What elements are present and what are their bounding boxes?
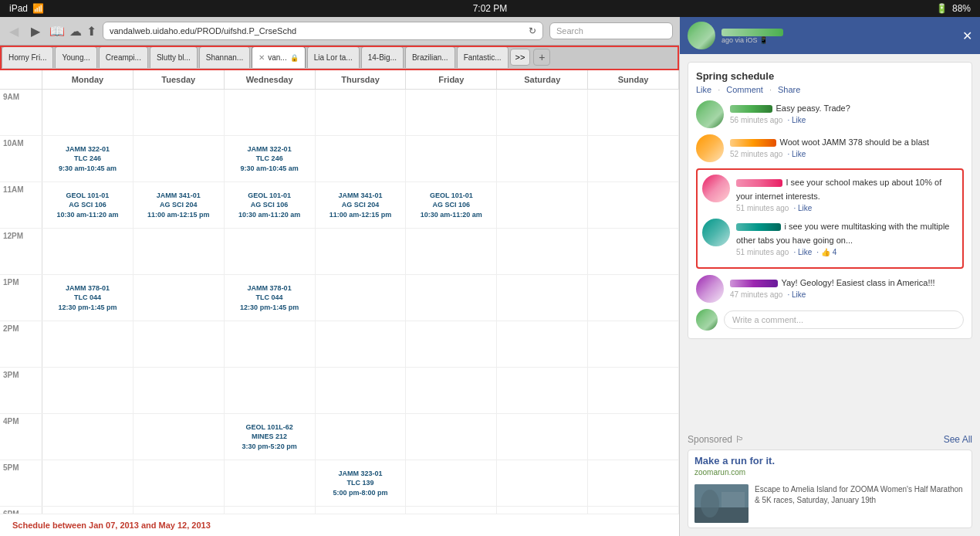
tab-shannan[interactable]: Shannan... bbox=[199, 46, 250, 68]
url-bar[interactable]: vandalweb.uidaho.edu/PROD/uifshd.P_CrseS… bbox=[103, 22, 543, 40]
comment-body-3: I see your school makes up about 10% of … bbox=[736, 175, 958, 212]
cell-sat-4pm bbox=[497, 414, 588, 460]
cell-thu-6pm bbox=[316, 507, 407, 514]
cell-mon-12pm bbox=[42, 229, 133, 274]
separator2: · bbox=[769, 85, 772, 94]
add-tab-button[interactable]: + bbox=[533, 49, 550, 66]
tab-young[interactable]: Young... bbox=[55, 46, 96, 68]
forward-button[interactable]: ▶ bbox=[28, 22, 43, 40]
comment-input[interactable]: Write a comment... bbox=[724, 310, 964, 329]
comment-like-3[interactable]: · Like bbox=[793, 204, 812, 212]
comment-meta-4: 51 minutes ago · Like · 👍 4 bbox=[736, 248, 958, 256]
comment-like-1[interactable]: · Like bbox=[787, 116, 806, 124]
cell-fri-5pm bbox=[406, 460, 497, 506]
tab-van-active[interactable]: ✕ van... 🔒 bbox=[252, 46, 305, 68]
cell-mon-1pm: JAMM 378-01TLC 04412:30 pm-1:45 pm bbox=[42, 275, 133, 321]
cell-sun-3pm bbox=[588, 368, 679, 413]
back-button[interactable]: ◀ bbox=[6, 22, 22, 40]
cell-fri-10am bbox=[406, 136, 497, 181]
day-header-empty bbox=[0, 70, 42, 89]
avatar-c5 bbox=[696, 275, 724, 303]
cell-mon-4pm bbox=[42, 414, 133, 460]
cell-wed-9am bbox=[225, 90, 316, 135]
day-header-saturday: Saturday bbox=[497, 70, 588, 89]
tab-bar: Horny Fri... Young... Creampi... Slutty … bbox=[0, 46, 679, 70]
comment-like-2[interactable]: · Like bbox=[787, 150, 806, 158]
device-label: iPad bbox=[9, 3, 28, 14]
cell-tue-2pm bbox=[133, 321, 225, 367]
sponsored-title: Sponsored 🏳 bbox=[688, 434, 745, 445]
status-bar: iPad 📶 7:02 PM 🔋 88% bbox=[0, 0, 980, 17]
ad-title[interactable]: Make a run for it. bbox=[688, 450, 972, 468]
comment-like-5[interactable]: · Like bbox=[787, 290, 806, 299]
cell-wed-12pm bbox=[225, 229, 316, 274]
time-label-5pm: 5PM bbox=[0, 460, 42, 506]
comment-body-2: Woot woot JAMM 378 should be a blast 52 … bbox=[730, 134, 964, 158]
time-row-1pm: 1PM JAMM 378-01TLC 04412:30 pm-1:45 pm J… bbox=[0, 275, 679, 321]
tab-lia[interactable]: Lia Lor ta... bbox=[307, 46, 360, 68]
tab-creampi[interactable]: Creampi... bbox=[99, 46, 148, 68]
bookmarks-icon[interactable]: 📖 bbox=[49, 24, 65, 39]
search-input[interactable]: Search bbox=[549, 22, 673, 39]
blurred-name-c4 bbox=[736, 223, 781, 231]
tab-label: Shannan... bbox=[206, 53, 243, 62]
write-comment-area: Write a comment... bbox=[696, 309, 964, 331]
tab-horny-fri[interactable]: Horny Fri... bbox=[2, 46, 53, 68]
ad-image-svg bbox=[694, 484, 749, 523]
share-action[interactable]: Share bbox=[778, 85, 800, 94]
cell-mon-9am bbox=[42, 90, 133, 135]
comment-action[interactable]: Comment bbox=[726, 85, 763, 94]
time-row-9am: 9AM bbox=[0, 90, 679, 136]
tab-slutty[interactable]: Slutty bl... bbox=[150, 46, 198, 68]
tab-close-icon[interactable]: ✕ bbox=[259, 53, 265, 62]
time-label-12pm: 12PM bbox=[0, 229, 42, 274]
cloud-icon[interactable]: ☁ bbox=[69, 24, 82, 39]
battery-level: 88% bbox=[952, 3, 971, 14]
highlighted-comments-block: I see your school makes up about 10% of … bbox=[696, 168, 964, 269]
cell-sat-2pm bbox=[497, 321, 588, 367]
cell-mon-3pm bbox=[42, 368, 133, 413]
class-jamm322-mon: JAMM 322-01TLC 2469:30 am-10:45 am bbox=[59, 144, 117, 174]
share-icon[interactable]: ⬆ bbox=[86, 24, 96, 39]
sponsored-icon: 🏳 bbox=[735, 434, 745, 445]
time-row-3pm: 3PM bbox=[0, 368, 679, 414]
tab-14big[interactable]: 14-Big... bbox=[361, 46, 404, 68]
comment-body-4: i see you were multitasking with the mul… bbox=[736, 219, 958, 256]
tabs-overflow-button[interactable]: >> bbox=[510, 49, 531, 66]
class-jamm323-thu: JAMM 323-01TLC 1395:00 pm-8:00 pm bbox=[333, 469, 387, 498]
comment-text-1: Easy peasy. Trade? bbox=[776, 103, 850, 113]
wifi-icon: 📶 bbox=[32, 3, 44, 14]
like-count-4: · 👍 4 bbox=[816, 248, 836, 256]
comment-item-2: Woot woot JAMM 378 should be a blast 52 … bbox=[696, 134, 964, 162]
like-action[interactable]: Like bbox=[696, 85, 711, 94]
time-label-10am: 10AM bbox=[0, 136, 42, 181]
class-jamm322-wed: JAMM 322-01TLC 2469:30 am-10:45 am bbox=[241, 144, 299, 174]
facebook-close-button[interactable]: ✕ bbox=[962, 29, 972, 43]
cell-tue-4pm bbox=[133, 414, 225, 460]
class-geol101l-wed: GEOL 101L-62MINES 2123:30 pm-5:20 pm bbox=[242, 422, 297, 452]
day-header-tuesday: Tuesday bbox=[133, 70, 225, 89]
blurred-name-c1 bbox=[730, 105, 772, 113]
refresh-button[interactable]: ↻ bbox=[529, 25, 536, 36]
comment-like-4[interactable]: · Like bbox=[793, 248, 812, 256]
cell-tue-12pm bbox=[133, 229, 225, 274]
cell-mon-5pm bbox=[42, 460, 133, 506]
comment-item-3: I see your school makes up about 10% of … bbox=[702, 175, 958, 212]
cell-wed-10am: JAMM 322-01TLC 2469:30 am-10:45 am bbox=[225, 136, 316, 181]
cell-mon-10am: JAMM 322-01TLC 2469:30 am-10:45 am bbox=[42, 136, 133, 181]
tab-fantastic[interactable]: Fantastic... bbox=[457, 46, 509, 68]
cell-sat-3pm bbox=[497, 368, 588, 413]
avatar-c2 bbox=[696, 134, 724, 162]
browser-toolbar: ◀ ▶ 📖 ☁ ⬆ vandalweb.uidaho.edu/PROD/uifs… bbox=[0, 17, 679, 46]
cell-wed-5pm bbox=[225, 460, 316, 506]
svg-point-2 bbox=[701, 490, 719, 517]
time-row-6pm: 6PM bbox=[0, 507, 679, 514]
blurred-name-c3 bbox=[736, 179, 782, 187]
tab-brazilian[interactable]: Brazilian... bbox=[405, 46, 455, 68]
commenter-avatar bbox=[696, 309, 718, 331]
cell-tue-6pm bbox=[133, 507, 225, 514]
see-all-button[interactable]: See All bbox=[944, 434, 972, 445]
tab-label: Slutty bl... bbox=[157, 53, 191, 62]
comment-text-5: Yay! Geology! Easiest class in America!!… bbox=[781, 278, 934, 287]
class-geol101-fri: GEOL 101-01AG SCI 10610:30 am-11:20 am bbox=[421, 191, 482, 220]
